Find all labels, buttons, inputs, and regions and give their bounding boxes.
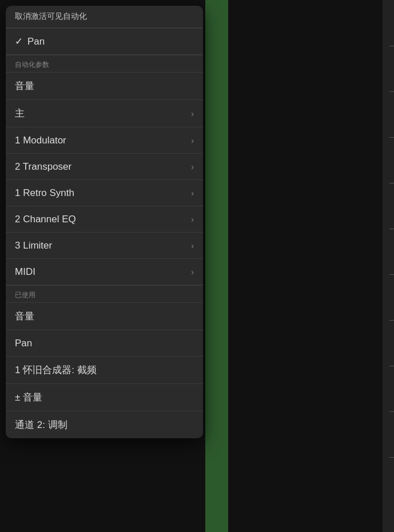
channel-eq-label: 2 Channel EQ xyxy=(15,214,191,225)
check-icon: ✓ xyxy=(15,35,23,47)
ruler-tick xyxy=(389,411,394,412)
limiter-automation-item[interactable]: 3 Limiter › xyxy=(6,233,203,259)
used-pan-label: Pan xyxy=(15,338,194,349)
ruler-tick xyxy=(389,320,394,321)
pan-label: Pan xyxy=(27,36,194,47)
channel-eq-automation-item[interactable]: 2 Channel EQ › xyxy=(6,206,203,233)
used-plus-minus-volume-label: ± 音量 xyxy=(15,391,194,404)
timeline-ruler xyxy=(383,0,394,532)
ruler-tick xyxy=(389,91,394,92)
ruler-tick xyxy=(389,137,394,138)
used-channel2-modulation-label: 通道 2: 调制 xyxy=(15,418,194,431)
volume-label: 音量 xyxy=(15,79,194,93)
ruler-tick xyxy=(389,183,394,183)
automation-dropdown-menu: 取消激活可见自动化 ✓ Pan 自动化参数 音量 主 › 1 Modulator… xyxy=(6,6,203,438)
deactivate-label: 取消激活可见自动化 xyxy=(15,11,194,22)
transposer-automation-item[interactable]: 2 Transposer › xyxy=(6,154,203,180)
used-plus-minus-volume-item[interactable]: ± 音量 xyxy=(6,384,203,411)
pan-checked-item[interactable]: ✓ Pan xyxy=(6,29,203,55)
chevron-right-icon: › xyxy=(191,267,194,277)
chevron-right-icon: › xyxy=(191,215,194,224)
midi-automation-item[interactable]: MIDI › xyxy=(6,259,203,285)
used-synth-cutoff-item[interactable]: 1 怀旧合成器: 截频 xyxy=(6,357,203,384)
modulator-automation-item[interactable]: 1 Modulator › xyxy=(6,127,203,154)
chevron-right-icon: › xyxy=(191,162,194,171)
used-pan-item[interactable]: Pan xyxy=(6,330,203,357)
chevron-right-icon: › xyxy=(191,189,194,198)
main-label: 主 xyxy=(15,107,191,120)
chevron-right-icon: › xyxy=(191,136,194,145)
used-channel2-modulation-item[interactable]: 通道 2: 调制 xyxy=(6,411,203,438)
green-track-background xyxy=(205,0,228,532)
used-section-header: 已使用 xyxy=(6,286,203,302)
ruler-tick xyxy=(389,457,394,458)
ruler-tick xyxy=(389,366,394,366)
ruler-tick xyxy=(389,229,394,229)
used-synth-cutoff-label: 1 怀旧合成器: 截频 xyxy=(15,363,194,377)
chevron-right-icon: › xyxy=(191,109,194,118)
ruler-tick xyxy=(389,274,394,275)
transposer-label: 2 Transposer xyxy=(15,161,191,173)
used-volume-item[interactable]: 音量 xyxy=(6,303,203,330)
deactivate-visible-automation-item[interactable]: 取消激活可见自动化 xyxy=(6,6,203,28)
used-volume-label: 音量 xyxy=(15,310,194,323)
midi-label: MIDI xyxy=(15,266,191,278)
chevron-right-icon: › xyxy=(191,241,194,250)
volume-automation-item[interactable]: 音量 xyxy=(6,73,203,100)
retro-synth-label: 1 Retro Synth xyxy=(15,187,191,199)
limiter-label: 3 Limiter xyxy=(15,240,191,251)
main-automation-item[interactable]: 主 › xyxy=(6,100,203,127)
retro-synth-automation-item[interactable]: 1 Retro Synth › xyxy=(6,180,203,206)
modulator-label: 1 Modulator xyxy=(15,135,191,146)
ruler-tick xyxy=(389,46,394,46)
automation-params-section-header: 自动化参数 xyxy=(6,55,203,72)
